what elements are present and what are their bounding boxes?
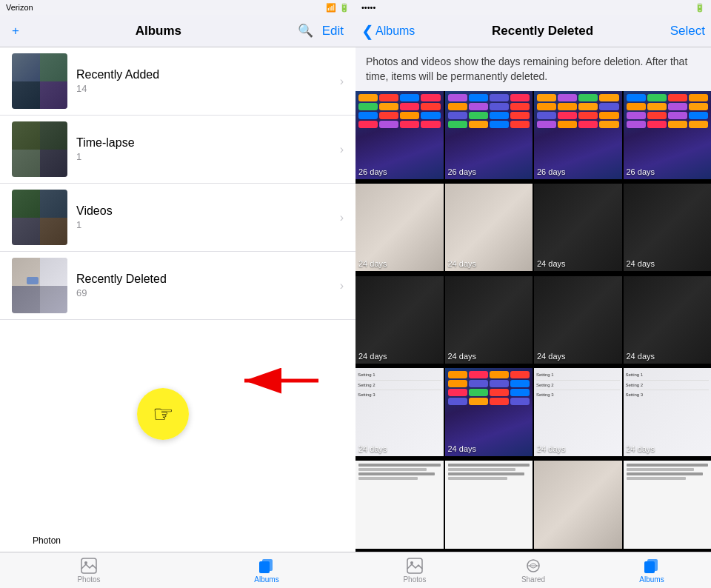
tab-shared-label: Shared <box>521 575 545 584</box>
chevron-recently-deleted: › <box>340 279 344 293</box>
album-name-recently-added: Recently Added <box>76 68 340 81</box>
back-label: Albums <box>375 24 415 38</box>
grid-label-15: 24 days <box>627 444 655 453</box>
album-item-recently-deleted[interactable]: Recently Deleted 69 › <box>0 252 356 320</box>
grid-cell-15[interactable]: Setting 1 Setting 2 Setting 3 24 days <box>624 368 712 456</box>
photos-tab-icon <box>81 558 97 574</box>
status-icons-left: 📶 🔋 <box>326 3 350 13</box>
photo-grid: 26 days 26 days 26 days 26 days24 days24… <box>356 91 711 552</box>
album-info-recently-deleted: Recently Deleted 69 <box>67 273 340 298</box>
red-arrow <box>237 366 326 395</box>
grid-label-3: 26 days <box>627 167 655 176</box>
edit-button[interactable]: Edit <box>322 24 344 39</box>
album-item-recently-added[interactable]: Recently Added 14 › <box>0 47 356 116</box>
tab-shared-right[interactable]: Shared <box>474 552 592 588</box>
grid-cell-4[interactable]: 24 days <box>356 184 444 272</box>
grid-label-11: 24 days <box>627 352 655 361</box>
grid-cell-17[interactable] <box>445 461 533 549</box>
grid-cell-13[interactable]: 24 days <box>445 368 533 456</box>
back-chevron-icon: ❮ <box>361 22 374 40</box>
tab-albums-label-right: Albums <box>639 575 664 584</box>
svg-rect-11 <box>647 559 658 571</box>
right-panel: ••••• 🔋 ❮ Albums Recently Deleted Select… <box>356 0 711 588</box>
grid-label-7: 24 days <box>627 259 655 268</box>
tab-bar-right: Photos Shared Albums <box>356 552 711 588</box>
albums-tab-icon-right <box>644 558 660 574</box>
chevron-videos: › <box>340 211 344 224</box>
hand-icon: ☞ <box>153 400 174 428</box>
grid-label-8: 24 days <box>358 352 387 361</box>
grid-label-5: 24 days <box>448 259 477 268</box>
photos-tab-icon-right <box>407 558 423 574</box>
wifi-icon: 📶 <box>326 3 336 13</box>
info-text: Photos and videos show the days remainin… <box>356 47 711 91</box>
album-info-timelapse: Time-lapse 1 <box>67 136 340 162</box>
album-count-recently-added: 14 <box>76 83 340 94</box>
tab-photos-left[interactable]: Photos <box>0 552 178 588</box>
album-count-timelapse: 1 <box>76 151 340 162</box>
shared-tab-icon <box>525 558 541 574</box>
album-list: Recently Added 14 › Time-lapse 1 › <box>0 47 356 552</box>
battery-right: 🔋 <box>695 3 705 13</box>
grid-cell-8[interactable]: 24 days <box>356 276 444 364</box>
album-name-videos: Videos <box>76 204 340 218</box>
tab-bar-left: Photos Albums <box>0 552 356 588</box>
album-count-recently-deleted: 69 <box>76 287 340 298</box>
grid-cell-18[interactable] <box>534 461 622 549</box>
grid-cell-6[interactable]: 24 days <box>534 184 622 272</box>
svg-rect-5 <box>262 559 273 571</box>
album-count-videos: 1 <box>76 219 340 230</box>
album-thumb-recently-added <box>12 53 67 109</box>
grid-label-9: 24 days <box>448 352 477 361</box>
grid-cell-3[interactable]: 26 days <box>624 91 712 179</box>
nav-bar-right: ❮ Albums Recently Deleted Select <box>356 15 711 47</box>
grid-cell-12[interactable]: Setting 1 Setting 2 Setting 3 24 days <box>356 368 444 456</box>
chevron-timelapse: › <box>340 143 344 156</box>
albums-title: Albums <box>136 24 181 39</box>
photon-label: Photon <box>30 534 64 547</box>
select-button[interactable]: Select <box>670 24 705 39</box>
grid-label-4: 24 days <box>358 259 387 268</box>
album-thumb-timelapse <box>12 121 67 177</box>
back-button[interactable]: ❮ Albums <box>361 22 415 40</box>
tab-photos-right[interactable]: Photos <box>356 552 474 588</box>
grid-cell-19[interactable] <box>624 461 712 549</box>
add-button[interactable]: + <box>12 24 19 39</box>
battery-icon: 🔋 <box>339 3 350 13</box>
nav-bar-left: + Albums 🔍 Edit <box>0 15 356 47</box>
grid-cell-5[interactable]: 24 days <box>445 184 533 272</box>
signal-dots: ••••• <box>361 3 375 12</box>
grid-label-10: 24 days <box>537 352 566 361</box>
grid-cell-11[interactable]: 24 days <box>624 276 712 364</box>
left-panel: Verizon 📶 🔋 + Albums 🔍 Edit <box>0 0 356 588</box>
grid-cell-14[interactable]: Setting 1 Setting 2 Setting 3 24 days <box>534 368 622 456</box>
grid-label-14: 24 days <box>537 444 566 453</box>
status-bar-left: Verizon 📶 🔋 <box>0 0 356 15</box>
album-info-recently-added: Recently Added 14 <box>67 68 340 94</box>
album-item-timelapse[interactable]: Time-lapse 1 › <box>0 116 356 184</box>
tab-albums-right[interactable]: Albums <box>592 552 711 588</box>
album-name-recently-deleted: Recently Deleted <box>76 273 340 286</box>
search-button[interactable]: 🔍 <box>298 23 313 39</box>
chevron-recently-added: › <box>340 75 344 88</box>
grid-cell-7[interactable]: 24 days <box>624 184 712 272</box>
tab-photos-label-left: Photos <box>77 575 100 584</box>
grid-cell-2[interactable]: 26 days <box>534 91 622 179</box>
status-bar-right: ••••• 🔋 <box>356 0 711 15</box>
recently-deleted-title: Recently Deleted <box>415 24 670 39</box>
albums-tab-icon <box>258 558 275 574</box>
album-info-videos: Videos 1 <box>67 204 340 230</box>
grid-cell-16[interactable] <box>356 461 444 549</box>
cursor-indicator: ☞ <box>137 388 189 440</box>
grid-cell-0[interactable]: 26 days <box>356 91 444 179</box>
grid-label-13: 24 days <box>448 444 477 453</box>
grid-cell-1[interactable]: 26 days <box>445 91 533 179</box>
grid-cell-9[interactable]: 24 days <box>445 276 533 364</box>
album-name-timelapse: Time-lapse <box>76 136 340 150</box>
album-item-videos[interactable]: Videos 1 › <box>0 184 356 252</box>
tab-albums-left[interactable]: Albums <box>178 552 356 588</box>
grid-label-1: 26 days <box>448 167 477 176</box>
grid-cell-10[interactable]: 24 days <box>534 276 622 364</box>
album-thumb-videos <box>12 190 67 245</box>
grid-label-0: 26 days <box>358 167 387 176</box>
